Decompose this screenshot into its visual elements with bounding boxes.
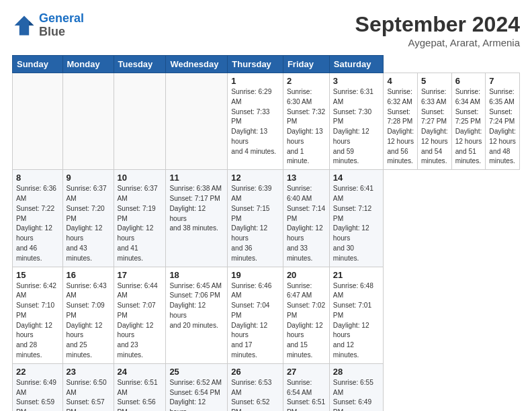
day-number: 7 [489,76,516,86]
day-number: 6 [455,76,482,86]
calendar-header-saturday: Saturday [329,56,384,73]
day-number: 5 [421,76,448,86]
calendar-cell: 12Sunrise: 6:39 AM Sunset: 7:15 PM Dayli… [228,170,283,267]
calendar-cell: 14Sunrise: 6:41 AM Sunset: 7:12 PM Dayli… [329,170,384,267]
day-info: Sunrise: 6:38 AM Sunset: 7:17 PM Dayligh… [169,184,224,234]
calendar-cell: 25Sunrise: 6:52 AM Sunset: 6:54 PM Dayli… [166,363,228,411]
calendar: SundayMondayTuesdayWednesdayThursdayFrid… [12,55,520,411]
day-info: Sunrise: 6:36 AM Sunset: 7:22 PM Dayligh… [16,184,59,263]
calendar-cell: 22Sunrise: 6:49 AM Sunset: 6:59 PM Dayli… [13,363,63,411]
calendar-cell: 8Sunrise: 6:36 AM Sunset: 7:22 PM Daylig… [13,170,63,267]
day-number: 15 [16,270,59,280]
calendar-cell: 3Sunrise: 6:31 AM Sunset: 7:30 PM Daylig… [329,73,384,170]
day-info: Sunrise: 6:54 AM Sunset: 6:51 PM Dayligh… [287,378,326,411]
day-info: Sunrise: 6:40 AM Sunset: 7:14 PM Dayligh… [287,184,326,263]
calendar-cell: 4Sunrise: 6:32 AM Sunset: 7:28 PM Daylig… [384,73,418,170]
day-number: 21 [333,270,380,280]
calendar-cell: 13Sunrise: 6:40 AM Sunset: 7:14 PM Dayli… [283,170,329,267]
day-info: Sunrise: 6:51 AM Sunset: 6:56 PM Dayligh… [118,378,163,411]
logo-line1: General [39,11,84,25]
calendar-week-row: 15Sunrise: 6:42 AM Sunset: 7:10 PM Dayli… [13,267,520,363]
day-number: 22 [16,367,59,377]
calendar-cell [166,73,228,170]
calendar-header-friday: Friday [283,56,329,73]
calendar-header-row: SundayMondayTuesdayWednesdayThursdayFrid… [13,56,520,73]
day-number: 20 [287,270,326,280]
calendar-cell [13,73,63,170]
day-number: 23 [66,367,110,377]
day-info: Sunrise: 6:55 AM Sunset: 6:49 PM Dayligh… [333,378,380,411]
calendar-week-row: 22Sunrise: 6:49 AM Sunset: 6:59 PM Dayli… [13,363,520,411]
calendar-cell: 15Sunrise: 6:42 AM Sunset: 7:10 PM Dayli… [13,267,63,363]
day-info: Sunrise: 6:49 AM Sunset: 6:59 PM Dayligh… [16,378,59,411]
day-info: Sunrise: 6:37 AM Sunset: 7:19 PM Dayligh… [118,184,163,263]
day-number: 19 [231,270,279,280]
logo-line2: Blue [39,25,65,38]
day-info: Sunrise: 6:42 AM Sunset: 7:10 PM Dayligh… [16,281,59,361]
day-number: 3 [333,76,380,86]
calendar-cell: 21Sunrise: 6:48 AM Sunset: 7:01 PM Dayli… [329,267,384,363]
location-title: Aygepat, Ararat, Armenia [355,37,520,48]
day-number: 8 [16,173,59,183]
day-info: Sunrise: 6:34 AM Sunset: 7:25 PM Dayligh… [455,87,482,167]
day-info: Sunrise: 6:39 AM Sunset: 7:15 PM Dayligh… [231,184,279,263]
calendar-cell: 1Sunrise: 6:29 AM Sunset: 7:33 PM Daylig… [228,73,283,170]
calendar-cell: 7Sunrise: 6:35 AM Sunset: 7:24 PM Daylig… [486,73,520,170]
calendar-cell [114,73,166,170]
day-number: 12 [231,173,279,183]
day-number: 2 [287,76,326,86]
calendar-cell: 27Sunrise: 6:54 AM Sunset: 6:51 PM Dayli… [283,363,329,411]
page: General Blue September 2024 Aygepat, Ara… [0,0,532,411]
calendar-cell: 2Sunrise: 6:30 AM Sunset: 7:32 PM Daylig… [283,73,329,170]
day-number: 26 [231,367,279,377]
day-number: 16 [66,270,110,280]
calendar-cell: 24Sunrise: 6:51 AM Sunset: 6:56 PM Dayli… [114,363,166,411]
calendar-cell: 19Sunrise: 6:46 AM Sunset: 7:04 PM Dayli… [228,267,283,363]
calendar-cell: 18Sunrise: 6:45 AM Sunset: 7:06 PM Dayli… [166,267,228,363]
day-number: 25 [169,367,224,377]
day-info: Sunrise: 6:46 AM Sunset: 7:04 PM Dayligh… [231,281,279,361]
month-title: September 2024 [355,12,520,37]
calendar-cell: 5Sunrise: 6:33 AM Sunset: 7:27 PM Daylig… [418,73,452,170]
day-number: 13 [287,173,326,183]
calendar-week-row: 8Sunrise: 6:36 AM Sunset: 7:22 PM Daylig… [13,170,520,267]
day-info: Sunrise: 6:43 AM Sunset: 7:09 PM Dayligh… [66,281,110,361]
calendar-cell: 17Sunrise: 6:44 AM Sunset: 7:07 PM Dayli… [114,267,166,363]
calendar-cell: 26Sunrise: 6:53 AM Sunset: 6:52 PM Dayli… [228,363,283,411]
day-info: Sunrise: 6:48 AM Sunset: 7:01 PM Dayligh… [333,281,380,361]
day-info: Sunrise: 6:44 AM Sunset: 7:07 PM Dayligh… [118,281,163,361]
day-info: Sunrise: 6:35 AM Sunset: 7:24 PM Dayligh… [489,87,516,167]
day-info: Sunrise: 6:31 AM Sunset: 7:30 PM Dayligh… [333,87,380,167]
calendar-cell: 10Sunrise: 6:37 AM Sunset: 7:19 PM Dayli… [114,170,166,267]
day-info: Sunrise: 6:30 AM Sunset: 7:32 PM Dayligh… [287,87,326,167]
day-number: 4 [387,76,414,86]
day-info: Sunrise: 6:37 AM Sunset: 7:20 PM Dayligh… [66,184,110,263]
header: General Blue September 2024 Aygepat, Ara… [12,12,520,48]
logo-icon [12,13,36,38]
calendar-header-monday: Monday [62,56,114,73]
day-number: 14 [333,173,380,183]
calendar-week-row: 1Sunrise: 6:29 AM Sunset: 7:33 PM Daylig… [13,73,520,170]
day-number: 27 [287,367,326,377]
logo: General Blue [12,12,84,39]
day-info: Sunrise: 6:32 AM Sunset: 7:28 PM Dayligh… [387,87,414,167]
calendar-cell: 23Sunrise: 6:50 AM Sunset: 6:57 PM Dayli… [62,363,114,411]
calendar-cell: 11Sunrise: 6:38 AM Sunset: 7:17 PM Dayli… [166,170,228,267]
day-info: Sunrise: 6:50 AM Sunset: 6:57 PM Dayligh… [66,378,110,411]
calendar-cell: 20Sunrise: 6:47 AM Sunset: 7:02 PM Dayli… [283,267,329,363]
calendar-header-tuesday: Tuesday [114,56,166,73]
day-info: Sunrise: 6:47 AM Sunset: 7:02 PM Dayligh… [287,281,326,361]
day-info: Sunrise: 6:29 AM Sunset: 7:33 PM Dayligh… [231,87,279,156]
day-number: 1 [231,76,279,86]
day-number: 24 [118,367,163,377]
calendar-cell: 16Sunrise: 6:43 AM Sunset: 7:09 PM Dayli… [62,267,114,363]
day-info: Sunrise: 6:52 AM Sunset: 6:54 PM Dayligh… [169,378,224,411]
day-number: 17 [118,270,163,280]
day-number: 28 [333,367,380,377]
day-info: Sunrise: 6:53 AM Sunset: 6:52 PM Dayligh… [231,378,279,411]
day-number: 11 [169,173,224,183]
calendar-cell [62,73,114,170]
calendar-cell: 9Sunrise: 6:37 AM Sunset: 7:20 PM Daylig… [62,170,114,267]
calendar-header-sunday: Sunday [13,56,63,73]
logo-text: General Blue [39,12,84,39]
